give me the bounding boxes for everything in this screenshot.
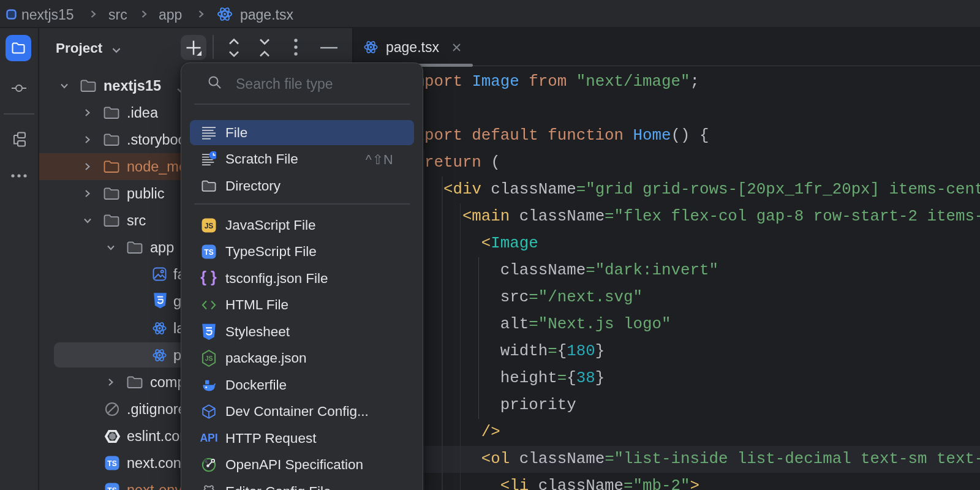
svg-text:JS: JS [205,221,214,230]
svg-text:TS: TS [107,459,116,468]
svg-text:JS: JS [205,355,213,362]
svg-text:TS: TS [204,248,213,257]
svg-text:TS: TS [107,486,116,490]
